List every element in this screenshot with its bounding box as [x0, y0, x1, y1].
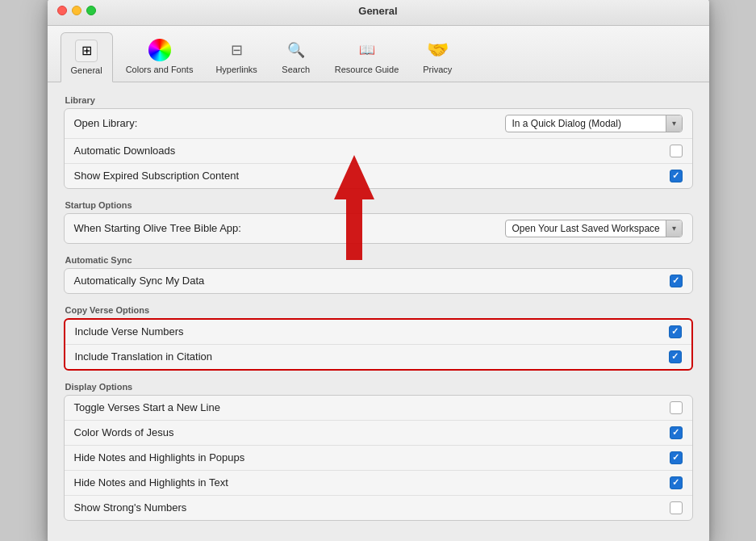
general-icon: ⊞: [73, 38, 99, 64]
resource-guide-icon: 📖: [354, 37, 380, 63]
startup-section-title: Startup Options: [64, 200, 693, 210]
toolbar-label-general: General: [71, 65, 102, 75]
close-button[interactable]: [57, 6, 67, 15]
show-strongs-checkbox[interactable]: [670, 501, 683, 514]
search-icon: 🔍: [283, 37, 309, 63]
hide-notes-text-row: Hide Notes and Highlights in Text: [65, 470, 692, 495]
include-translation-checkbox[interactable]: [669, 350, 682, 363]
maximize-button[interactable]: [86, 6, 96, 15]
hide-notes-popups-checkbox[interactable]: [670, 451, 683, 464]
toolbar-item-hyperlinks[interactable]: ⊟ Hyperlinks: [206, 32, 266, 82]
open-library-arrow: ▾: [666, 115, 682, 132]
hide-notes-text-label: Hide Notes and Highlights in Text: [74, 476, 228, 489]
minimize-button[interactable]: [72, 6, 81, 15]
toolbar-label-colors-fonts: Colors and Fonts: [126, 65, 194, 74]
copy-verse-section-box: Include Verse Numbers Include Translatio…: [64, 318, 693, 371]
display-section-box: Toggle Verses Start a New Line Color Wor…: [64, 395, 693, 521]
when-starting-row: When Starting Olive Tree Bible App: Open…: [65, 214, 692, 243]
content-area: Library Open Library: In a Quick Dialog …: [48, 82, 709, 542]
window-title: General: [358, 5, 397, 17]
include-translation-row: Include Translation in Citation: [65, 344, 691, 369]
open-library-label: Open Library:: [74, 117, 138, 129]
open-library-row: Open Library: In a Quick Dialog (Modal) …: [65, 109, 692, 138]
show-expired-row: Show Expired Subscription Content: [65, 163, 692, 188]
automatic-downloads-checkbox[interactable]: [670, 145, 683, 157]
toggle-verses-label: Toggle Verses Start a New Line: [74, 401, 220, 413]
include-translation-label: Include Translation in Citation: [75, 350, 213, 363]
auto-sync-row: Automatically Sync My Data: [65, 269, 692, 293]
startup-section: Startup Options When Starting Olive Tree…: [64, 200, 693, 244]
auto-sync-section: Automatic Sync Automatically Sync My Dat…: [64, 255, 693, 294]
automatic-downloads-label: Automatic Downloads: [74, 145, 176, 157]
when-starting-select[interactable]: Open Your Last Saved Workspace ▾: [505, 220, 683, 237]
toolbar: ⊞ General Colors and Fonts ⊟ Hyperlinks …: [48, 26, 709, 82]
toolbar-label-privacy: Privacy: [423, 65, 452, 74]
include-verse-numbers-label: Include Verse Numbers: [75, 325, 184, 338]
include-verse-numbers-row: Include Verse Numbers: [65, 320, 691, 344]
color-words-checkbox[interactable]: [670, 426, 683, 439]
toolbar-item-search[interactable]: 🔍 Search: [270, 32, 322, 82]
when-starting-value: Open Your Last Saved Workspace: [506, 223, 682, 234]
show-strongs-label: Show Strong's Numbers: [74, 501, 187, 514]
include-verse-numbers-checkbox[interactable]: [669, 325, 682, 338]
startup-section-box: When Starting Olive Tree Bible App: Open…: [64, 213, 693, 244]
toggle-verses-row: Toggle Verses Start a New Line: [65, 396, 692, 420]
auto-sync-checkbox[interactable]: [670, 275, 683, 287]
when-starting-label: When Starting Olive Tree Bible App:: [74, 222, 241, 234]
colors-fonts-icon: [147, 37, 173, 63]
show-expired-checkbox[interactable]: [670, 170, 683, 182]
toggle-verses-checkbox[interactable]: [670, 401, 683, 414]
auto-sync-section-title: Automatic Sync: [64, 255, 693, 265]
toolbar-item-colors-fonts[interactable]: Colors and Fonts: [116, 32, 203, 82]
show-strongs-row: Show Strong's Numbers: [65, 495, 692, 520]
color-words-row: Color Words of Jesus: [65, 420, 692, 445]
copy-verse-section: Copy Verse Options Include Verse Numbers…: [64, 305, 693, 371]
when-starting-arrow: ▾: [666, 220, 682, 237]
toolbar-label-resource-guide: Resource Guide: [335, 65, 399, 74]
hyperlinks-icon: ⊟: [223, 37, 249, 63]
open-library-select[interactable]: In a Quick Dialog (Modal) ▾: [505, 115, 683, 132]
main-window: General ⊞ General Colors and Fonts ⊟ Hyp…: [48, 0, 709, 541]
toolbar-item-general[interactable]: ⊞ General: [61, 32, 113, 82]
display-section: Display Options Toggle Verses Start a Ne…: [64, 382, 693, 521]
title-bar: General: [48, 0, 709, 26]
auto-sync-section-box: Automatically Sync My Data: [64, 268, 693, 294]
hide-notes-text-checkbox[interactable]: [670, 476, 683, 489]
automatic-downloads-row: Automatic Downloads: [65, 138, 692, 163]
color-words-label: Color Words of Jesus: [74, 426, 174, 438]
display-section-title: Display Options: [64, 382, 693, 392]
toolbar-item-privacy[interactable]: 🤝 Privacy: [411, 32, 463, 82]
toolbar-label-hyperlinks: Hyperlinks: [215, 65, 257, 74]
show-expired-label: Show Expired Subscription Content: [74, 170, 240, 182]
library-section: Library Open Library: In a Quick Dialog …: [64, 95, 693, 189]
library-section-title: Library: [64, 95, 693, 105]
traffic-lights: [57, 6, 96, 15]
copy-verse-section-title: Copy Verse Options: [64, 305, 693, 315]
open-library-value: In a Quick Dialog (Modal): [506, 118, 682, 129]
hide-notes-popups-label: Hide Notes and Highlights in Popups: [74, 451, 245, 463]
library-section-box: Open Library: In a Quick Dialog (Modal) …: [64, 108, 693, 189]
auto-sync-label: Automatically Sync My Data: [74, 275, 205, 287]
toolbar-label-search: Search: [282, 65, 310, 74]
toolbar-item-resource-guide[interactable]: 📖 Resource Guide: [325, 32, 409, 82]
hide-notes-popups-row: Hide Notes and Highlights in Popups: [65, 445, 692, 470]
privacy-icon: 🤝: [424, 37, 450, 63]
